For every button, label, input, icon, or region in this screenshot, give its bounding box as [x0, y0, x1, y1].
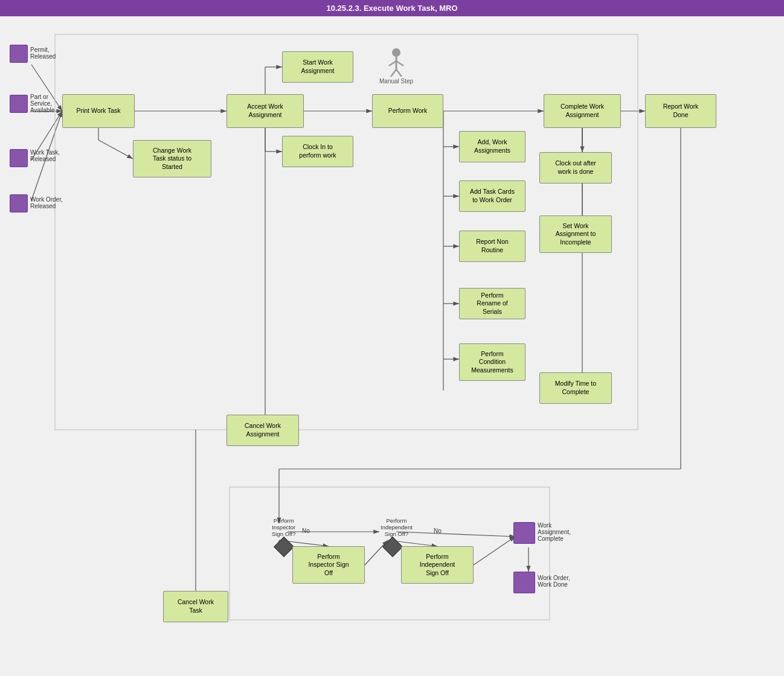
svg-line-45 — [389, 61, 396, 66]
permit-released-label: Permit,Released — [30, 46, 56, 60]
work-order-work-done-label: Work Order,Work Done — [538, 575, 570, 588]
svg-line-39 — [474, 537, 515, 565]
diagram-area: Permit,Released Part orService,Available… — [0, 16, 784, 674]
perform-rename-serials-box[interactable]: PerformRename ofSerials — [459, 288, 525, 319]
svg-point-43 — [392, 48, 400, 57]
complete-work-assignment-box[interactable]: Complete WorkAssignment — [544, 94, 621, 128]
set-work-assignment-incomplete-box[interactable]: Set WorkAssignment toIncomplete — [539, 215, 612, 253]
wa-complete-label: WorkAssignment,Complete — [538, 522, 571, 542]
permit-released-box — [10, 45, 28, 63]
perform-condition-measurements-box[interactable]: PerformConditionMeasurements — [459, 343, 525, 381]
start-work-assignment-box[interactable]: Start WorkAssignment — [282, 51, 353, 83]
print-work-task-box[interactable]: Print Work Task — [62, 94, 135, 128]
add-task-cards-box[interactable]: Add Task Cardsto Work Order — [459, 180, 525, 212]
clock-in-box[interactable]: Clock In toperform work — [282, 136, 353, 167]
title-bar: 10.25.2.3. Execute Work Task, MRO — [0, 0, 784, 16]
part-available-label: Part orService,Available — [30, 94, 54, 113]
accept-work-assignment-box[interactable]: Accept WorkAssignment — [227, 94, 304, 128]
worktask-released-box — [10, 149, 28, 167]
worktask-released-label: Work Task,Released — [30, 149, 60, 162]
change-work-task-status-box[interactable]: Change WorkTask status toStarted — [133, 140, 211, 177]
svg-line-7 — [98, 140, 133, 159]
report-work-done-box[interactable]: Report WorkDone — [645, 94, 716, 128]
modify-time-to-complete-box[interactable]: Modify Time toComplete — [539, 372, 612, 404]
cancel-work-assignment-box[interactable]: Cancel WorkAssignment — [227, 415, 299, 446]
svg-line-38 — [396, 532, 515, 537]
work-order-work-done-box — [513, 572, 535, 593]
svg-line-48 — [396, 69, 402, 77]
add-work-assignments-box[interactable]: Add, WorkAssignments — [459, 131, 525, 162]
perform-inspector-signoff-box[interactable]: PerformInspector SignOff — [292, 546, 365, 584]
svg-line-47 — [391, 69, 396, 77]
workorder-released-box — [10, 194, 28, 212]
clock-out-box[interactable]: Clock out afterwork is done — [539, 152, 612, 183]
page-wrapper: 10.25.2.3. Execute Work Task, MRO — [0, 0, 784, 676]
perform-independent-signoff-box[interactable]: PerformIndependentSign Off — [401, 546, 474, 584]
perform-work-box[interactable]: Perform Work — [372, 94, 443, 128]
no-label-inspector: No — [302, 528, 310, 534]
no-label-independent: No — [434, 528, 442, 534]
svg-line-46 — [396, 61, 403, 66]
wa-complete-box — [513, 522, 535, 544]
report-non-routine-box[interactable]: Report NonRoutine — [459, 231, 525, 262]
cancel-work-task-box[interactable]: Cancel WorkTask — [163, 591, 228, 622]
workorder-released-label: Work Order,Released — [30, 196, 63, 209]
part-available-box — [10, 95, 28, 113]
manual-step: Manual Step — [379, 46, 413, 84]
